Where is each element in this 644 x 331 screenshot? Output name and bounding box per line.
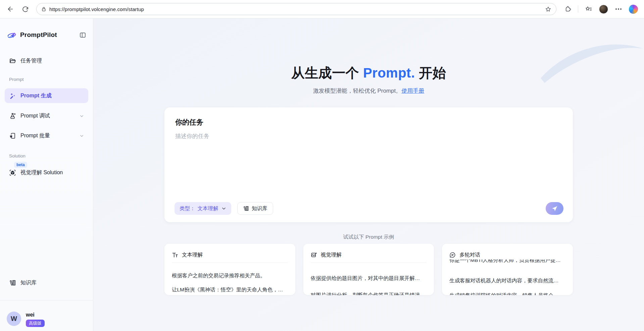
paper-plane-icon [551,205,558,212]
image-icon [311,252,317,258]
browser-profile-avatar[interactable] [599,5,608,14]
sidebar-item-vision-solution[interactable]: beta 视觉理解 Solution [5,165,88,180]
section-label-solution: Solution [5,153,88,159]
user-avatar[interactable]: W [7,312,21,326]
favorites-icon[interactable] [583,3,594,15]
title-highlight: Prompt. [363,65,415,80]
sidebar-item-prompt-batch[interactable]: Prompt 批量 [5,128,88,143]
sidebar-item-label: 知识库 [20,279,37,286]
address-bar[interactable]: https://promptpilot.volcengine.com/start… [36,3,556,15]
send-button[interactable] [546,202,563,215]
type-chip-label: 类型： [180,205,195,212]
folder-icon [9,57,16,64]
example-item[interactable]: 依据提供给的题目图片，对其中的题目展开解… [311,275,427,282]
chat-icon [449,252,456,258]
manual-link[interactable]: 使用手册 [401,88,424,94]
bookmark-star-icon[interactable] [545,6,551,12]
sidebar-item-label: Prompt 批量 [20,132,50,139]
books-icon [243,205,249,211]
example-card-dialog[interactable]: 多轮对话 你是一个MBTI人格分析大师，负责根据用户提… 生成客服对话机器人的对… [442,244,573,295]
user-profile[interactable]: W wei 高级版 [5,308,88,331]
browser-toolbar: https://promptpilot.volcengine.com/start… [0,0,644,18]
sidebar-item-label: 视觉理解 Solution [20,169,63,176]
chevron-down-icon [221,206,226,211]
sidebar-item-knowledge-base[interactable]: 知识库 [5,275,88,290]
example-card-title: 视觉理解 [321,251,342,258]
example-item[interactable]: 你是一个MBTI人格分析大师，负责根据用户提… [449,259,565,264]
user-name: wei [26,312,45,318]
type-select-chip[interactable]: 类型： 文本理解 [175,202,231,215]
books-icon [9,279,16,286]
example-item[interactable]: 根据客户之前的交易记录推荐相关产品。 [172,272,288,279]
main-content: 从生成一个 Prompt. 开始 激发模型潜能，轻松优化 Prompt。使用手册… [93,18,644,331]
brand-name: PromptPilot [20,31,57,39]
wand-icon [9,92,16,99]
copilot-icon[interactable] [629,5,638,14]
task-card-title: 你的任务 [175,117,562,127]
plan-badge: 高级版 [26,320,45,327]
extensions-icon[interactable] [562,3,573,15]
chevron-down-icon[interactable] [80,114,84,118]
browser-menu-icon[interactable] [613,3,624,15]
beta-badge: beta [14,162,27,168]
promptpilot-logo-icon [7,30,17,40]
lock-icon [41,7,46,12]
sidebar-item-label: 任务管理 [20,57,42,64]
example-item[interactable]: 生成客服对话机器人的对话内容，要求自然流… [449,277,565,284]
example-item[interactable]: 生成销售培训陪练的对话内容，销售人员将会… [449,292,565,295]
toolbar-divider [578,5,578,13]
task-card: 你的任务 类型： 文本理解 知识库 [164,107,573,222]
page-title: 从生成一个 Prompt. 开始 [93,65,644,81]
sidebar-item-prompt-debug[interactable]: Prompt 调试 [5,108,88,123]
type-chip-value: 文本理解 [198,205,218,212]
knowledge-base-button[interactable]: 知识库 [237,202,274,215]
flask-icon [9,112,16,120]
task-input[interactable] [175,132,562,196]
example-card-text[interactable]: 文本理解 根据客户之前的交易记录推荐相关产品。 让LM扮演《黑神话：悟空》里的天… [164,244,295,295]
sidebar: PromptPilot 任务管理 Prompt Prompt 生成 Prompt… [0,18,93,331]
chevron-down-icon[interactable] [80,134,84,138]
refresh-icon[interactable] [19,3,31,15]
cube-icon [9,169,16,176]
sidebar-item-label: Prompt 调试 [20,112,50,120]
example-item[interactable]: 让LM扮演《黑神话：悟空》里的天命人角色，… [172,286,288,293]
url-text[interactable]: https://promptpilot.volcengine.com/start… [49,6,542,12]
sidebar-item-prompt-generate[interactable]: Prompt 生成 [5,88,88,103]
examples-title: 试试以下 Prompt 示例 [93,234,644,241]
sidebar-divider [0,300,93,300]
example-item[interactable]: 对图片进行分析，判断每个作答是正确还是错误 [311,292,427,295]
example-card-vision[interactable]: 视觉理解 依据提供给的题目图片，对其中的题目展开解… 对图片进行分析，判断每个作… [303,244,434,295]
example-card-title: 多轮对话 [459,251,480,258]
page-subtitle: 激发模型潜能，轻松优化 Prompt。使用手册 [93,87,644,95]
back-icon[interactable] [5,3,16,15]
sidebar-collapse-icon[interactable] [79,32,86,39]
kb-button-label: 知识库 [252,205,268,212]
text-format-icon [172,252,178,258]
sidebar-item-label: Prompt 生成 [20,92,51,99]
doc-star-icon [9,132,16,139]
section-label-prompt: Prompt [5,77,88,83]
example-card-title: 文本理解 [182,251,203,258]
sidebar-item-task-management[interactable]: 任务管理 [5,53,88,68]
